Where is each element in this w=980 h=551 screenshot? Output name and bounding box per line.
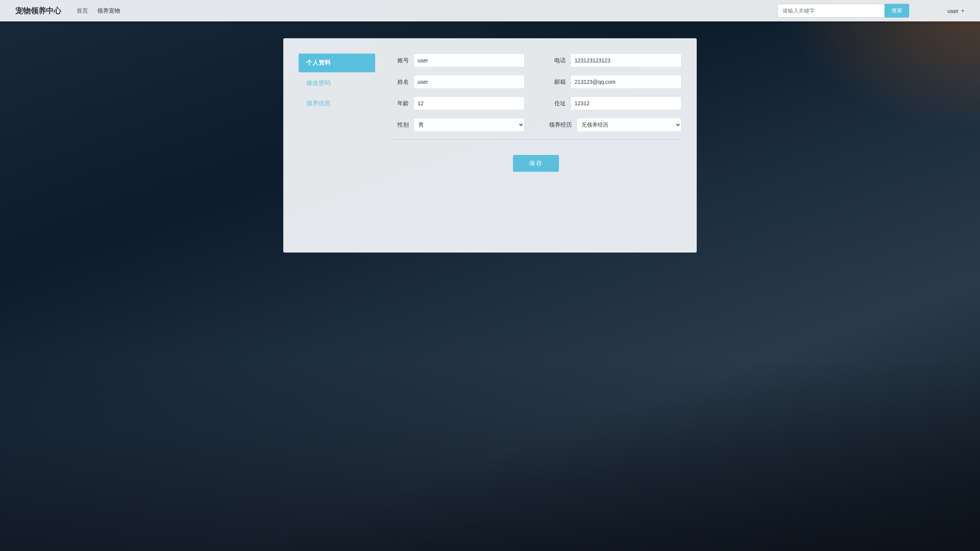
save-button[interactable]: 保存 [513,155,559,172]
form-row-account: 账号 [390,54,524,67]
navbar-nav: 首页 领养宠物 [77,7,777,15]
form-row-phone: 电话 [547,54,681,67]
sidebar-item-adopt-info[interactable]: 领养信息 [299,94,375,113]
user-menu[interactable]: user ▼ [947,8,965,14]
form-row-age: 年龄 [390,96,524,110]
gender-label: 性别 [390,121,409,129]
main-card: 个人资料 修改密码 领养信息 账号 电话 姓名 [283,38,697,253]
form-row-address: 住址 [547,96,681,110]
save-area: 保存 [390,155,681,172]
form-row-adopt-exp: 领养经历 无领养经历 有领养经历 [547,118,681,132]
search-input[interactable] [777,4,885,18]
sidebar: 个人资料 修改密码 领养信息 [299,54,375,230]
phone-label: 电话 [547,57,566,64]
sidebar-item-change-password[interactable]: 修改密码 [299,74,375,93]
address-input[interactable] [570,96,681,110]
form-row-gender: 性别 男 女 [390,118,524,132]
gender-select[interactable]: 男 女 [413,118,524,132]
age-label: 年龄 [390,100,409,107]
form-grid: 账号 电话 姓名 邮箱 年龄 住址 [390,54,681,140]
nav-home[interactable]: 首页 [77,7,88,15]
form-content: 账号 电话 姓名 邮箱 年龄 住址 [390,54,681,230]
age-input[interactable] [413,96,524,110]
navbar: 宠物领养中心 首页 领养宠物 搜索 user ▼ [0,0,980,21]
email-input[interactable] [570,75,681,89]
form-row-name: 姓名 [390,75,524,89]
nav-adopt-pet[interactable]: 领养宠物 [97,7,120,15]
email-label: 邮箱 [547,78,566,86]
navbar-brand: 宠物领养中心 [15,6,61,16]
user-label: user [947,8,959,14]
phone-input[interactable] [570,54,681,67]
chevron-down-icon: ▼ [961,9,965,13]
adopt-exp-select[interactable]: 无领养经历 有领养经历 [577,118,681,132]
navbar-search: 搜索 [777,4,909,18]
name-label: 姓名 [390,78,409,86]
adopt-exp-label: 领养经历 [547,121,572,129]
address-label: 住址 [547,100,566,107]
account-input[interactable] [413,54,524,67]
form-row-email: 邮箱 [547,75,681,89]
account-label: 账号 [390,57,409,64]
name-input[interactable] [413,75,524,89]
search-button[interactable]: 搜索 [885,4,909,18]
sidebar-item-profile[interactable]: 个人资料 [299,54,375,72]
